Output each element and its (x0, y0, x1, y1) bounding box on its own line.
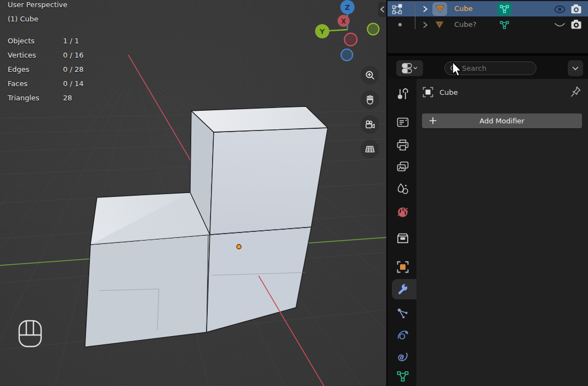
mouse-cursor (452, 62, 465, 80)
chevron-left-icon (380, 6, 385, 13)
zoom-button[interactable] (361, 66, 379, 84)
tab-scene-icon[interactable] (396, 182, 410, 196)
camera-view-icon (364, 119, 376, 130)
stat-label: Objects (8, 34, 63, 48)
gizmo-neg-x-axis (345, 33, 357, 46)
active-object-label: (1) Cube (8, 12, 67, 26)
expand-chevron-icon[interactable] (422, 21, 429, 29)
chevron-down-icon (572, 66, 579, 71)
properties-tab-rail (387, 79, 416, 386)
outliner-item-name[interactable]: Cube (454, 1, 473, 16)
stat-label: Faces (8, 77, 63, 91)
pan-hand-icon (364, 94, 375, 105)
mouse-icon (18, 320, 43, 348)
pin-icon[interactable] (570, 86, 581, 98)
camera-view-button[interactable] (361, 115, 379, 134)
view-perspective-label: User Perspective (8, 0, 67, 12)
bullet-dot-icon (398, 23, 402, 26)
tab-object-data-icon[interactable] (396, 370, 410, 384)
tab-world-icon[interactable] (396, 205, 410, 219)
add-modifier-button[interactable]: Add Modifier (422, 113, 582, 128)
outliner-item-name[interactable]: Cube? (454, 17, 476, 32)
mesh-object-icon[interactable] (435, 21, 444, 29)
properties-editor-icon (402, 63, 418, 73)
mesh-data-icon[interactable] (499, 20, 510, 30)
tab-modifiers-icon[interactable] (396, 282, 410, 296)
stat-value: 0 / 28 (63, 63, 83, 77)
tab-collection-icon[interactable] (396, 231, 410, 246)
stat-label: Triangles (8, 91, 63, 105)
editor-type-button[interactable] (396, 60, 423, 76)
pan-button[interactable] (361, 90, 379, 109)
tab-tool-icon[interactable] (396, 88, 410, 102)
stat-label: Edges (8, 63, 63, 77)
svg-text:Y: Y (319, 27, 325, 36)
stat-value: 0 / 14 (63, 77, 83, 91)
object-breadcrumb-icon (422, 86, 434, 98)
stat-value: 0 / 16 (63, 48, 83, 63)
render-camera-icon[interactable] (570, 4, 582, 14)
header-menu-button[interactable] (568, 60, 583, 76)
tab-physics-icon[interactable] (396, 328, 410, 343)
visibility-eye-icon[interactable] (553, 5, 566, 14)
object-origin-dot[interactable] (237, 245, 241, 249)
visibility-closed-eye-icon[interactable] (553, 22, 566, 29)
gizmo-neg-y-axis (368, 24, 379, 35)
svg-text:X: X (341, 18, 346, 25)
render-camera-icon[interactable] (570, 19, 582, 30)
cube-mesh[interactable] (85, 106, 328, 347)
active-selection-icon (391, 3, 403, 15)
outliner: Cube (387, 0, 588, 53)
stat-value: 1 / 1 (63, 34, 79, 48)
search-input[interactable] (461, 64, 529, 73)
navigation-gizmo[interactable]: X Z Y (302, 0, 385, 65)
gizmo-neg-z-axis (341, 49, 353, 61)
outliner-row-cube[interactable]: Cube (387, 1, 588, 16)
3d-viewport[interactable]: User Perspective (1) Cube Objects1 / 1 V… (0, 0, 386, 386)
tab-output-icon[interactable] (396, 138, 410, 152)
mesh-data-icon[interactable] (497, 2, 512, 16)
tab-object-icon[interactable] (396, 260, 410, 274)
viewport-header-text: User Perspective (1) Cube (8, 0, 67, 26)
properties-editor: Cube Add Modifier (387, 79, 588, 386)
properties-header (387, 56, 588, 79)
sidebar: Cube (386, 0, 588, 386)
region-collapse-tab[interactable] (378, 2, 386, 17)
blender-window: User Perspective (1) Cube Objects1 / 1 V… (0, 0, 588, 386)
svg-text:Z: Z (345, 3, 350, 12)
hierarchy-indent-guide (415, 3, 415, 29)
projection-toggle-button[interactable] (361, 140, 379, 158)
x-axis-line (128, 55, 191, 161)
zoom-icon (364, 70, 375, 81)
stat-value: 28 (63, 91, 72, 105)
tab-constraints-icon[interactable] (396, 350, 410, 364)
tab-render-icon[interactable] (396, 115, 410, 129)
grid-projection-icon (364, 144, 375, 155)
statistics-overlay: Objects1 / 1 Vertices0 / 16 Edges0 / 28 … (8, 34, 83, 105)
breadcrumb-object-name[interactable]: Cube (439, 87, 458, 99)
tab-view-layer-icon[interactable] (396, 160, 410, 174)
plus-icon (429, 116, 437, 125)
add-modifier-label: Add Modifier (479, 117, 524, 125)
expand-chevron-icon[interactable] (422, 5, 429, 13)
tab-particles-icon[interactable] (396, 306, 410, 321)
mesh-object-icon[interactable] (432, 2, 447, 16)
outliner-row-cube2[interactable]: Cube? (387, 17, 588, 32)
stat-label: Vertices (8, 48, 63, 63)
